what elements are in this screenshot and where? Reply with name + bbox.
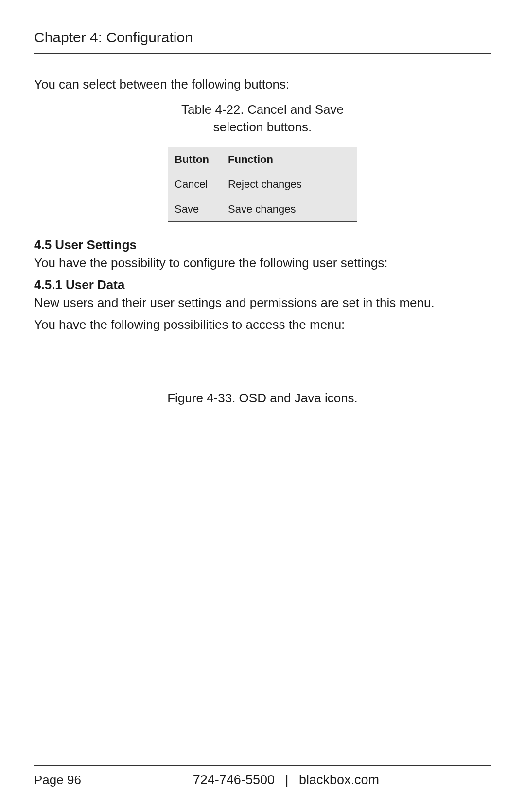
table-header-button: Button	[168, 147, 221, 172]
section-4-5-1-body1: New users and their user settings and pe…	[34, 295, 491, 310]
section-4-5-1-body2: You have the following possibilities to …	[34, 317, 491, 332]
section-4-5-1-heading: 4.5.1 User Data	[34, 277, 491, 292]
table-cell-function: Save changes	[221, 197, 357, 221]
cancel-save-table: Button Function Cancel Reject changes Sa…	[168, 147, 357, 222]
table-cell-button: Cancel	[168, 172, 221, 197]
intro-text: You can select between the following but…	[34, 77, 491, 92]
section-4-5-heading: 4.5 User Settings	[34, 237, 491, 253]
footer-phone: 724-746-5500	[193, 773, 275, 787]
page-number: Page 96	[34, 773, 81, 788]
footer-center: 724-746-5500 | blackbox.com	[81, 773, 491, 788]
table-header-function: Function	[221, 147, 357, 172]
footer-divider: |	[285, 773, 288, 787]
table-header-row: Button Function	[168, 147, 357, 172]
table-wrapper: Button Function Cancel Reject changes Sa…	[34, 147, 491, 222]
table-row: Cancel Reject changes	[168, 172, 357, 197]
page-footer: Page 96 724-746-5500 | blackbox.com	[34, 765, 491, 788]
table-caption-line1: Table 4-22. Cancel and Save	[181, 102, 344, 117]
table-cell-function: Reject changes	[221, 172, 357, 197]
section-4-5-body: You have the possibility to configure th…	[34, 255, 491, 271]
chapter-title: Chapter 4: Configuration	[34, 29, 491, 54]
table-caption: Table 4-22. Cancel and Save selection bu…	[34, 101, 491, 136]
table-cell-button: Save	[168, 197, 221, 221]
table-row: Save Save changes	[168, 197, 357, 221]
footer-site: blackbox.com	[299, 773, 379, 787]
figure-caption: Figure 4-33. OSD and Java icons.	[34, 391, 491, 406]
table-caption-line2: selection buttons.	[213, 120, 312, 134]
